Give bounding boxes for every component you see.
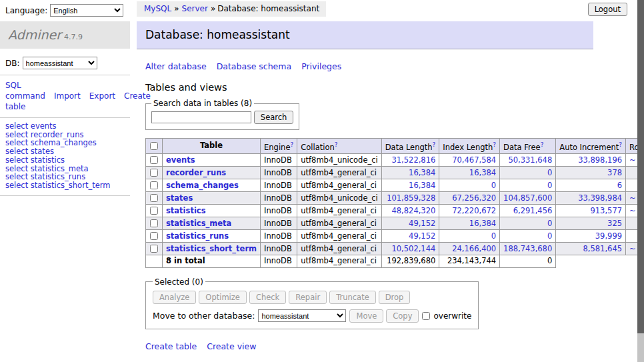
collation-cell: utf8mb4_unicode_ci — [297, 192, 382, 205]
column-label: Data Length — [385, 143, 433, 152]
help-link[interactable]: ? — [541, 141, 544, 148]
sidebar-action-sql-command[interactable]: SQL command — [5, 81, 45, 101]
breadcrumb-mysql-link[interactable]: MySQL — [144, 4, 171, 13]
data-length-cell: 48,824,320 — [381, 205, 439, 217]
search-input[interactable] — [151, 111, 251, 123]
row-checkbox[interactable] — [150, 232, 158, 240]
main-area: MySQL»Server»Database: homeassistant Log… — [130, 0, 637, 362]
table-row: eventsInnoDButf8mb4_unicode_ci31,522,816… — [146, 154, 644, 167]
sidebar-divider — [0, 195, 130, 196]
row-checkbox[interactable] — [150, 169, 158, 177]
drop-button[interactable]: Drop — [379, 291, 411, 304]
sidebar-action-import[interactable]: Import — [54, 91, 81, 101]
data-length-cell: 16,384 — [381, 167, 439, 179]
data-free-cell: 0 — [500, 230, 556, 243]
auto-increment-cell: 39,999 — [556, 230, 626, 243]
row-checkbox[interactable] — [150, 207, 158, 215]
table-link-states[interactable]: states — [166, 193, 193, 203]
selected-fieldset: Selected (0) AnalyzeOptimizeCheckRepairT… — [145, 277, 479, 329]
help-link[interactable]: ? — [335, 141, 338, 148]
create-view-link[interactable]: Create view — [207, 341, 256, 351]
data-free-cell: 0 — [500, 179, 556, 192]
collation-cell: utf8mb4_general_ci — [297, 255, 382, 268]
tables-overview-table: TableEngine?Collation?Data Length?Index … — [145, 138, 644, 268]
alter-database-link[interactable]: Alter database — [145, 61, 207, 71]
row-checkbox[interactable] — [150, 219, 158, 227]
move-label: Move to other database: — [153, 311, 255, 321]
truncate-button[interactable]: Truncate — [329, 291, 376, 304]
table-row: statesInnoDButf8mb4_unicode_ci101,859,32… — [146, 192, 644, 205]
index-length-cell: 234,143,744 — [439, 255, 500, 268]
column-header-auto-increment: Auto Increment? — [556, 139, 626, 154]
move-button[interactable]: Move — [349, 309, 383, 323]
table-row: statistics_metaInnoDButf8mb4_general_ci4… — [146, 217, 644, 230]
app-name: Adminer — [8, 27, 61, 42]
optimize-button[interactable]: Optimize — [199, 291, 247, 304]
language-select[interactable]: English — [50, 4, 123, 17]
table-link-schema-changes[interactable]: schema_changes — [166, 181, 239, 190]
repair-button[interactable]: Repair — [289, 291, 327, 304]
column-label: Index Length — [443, 143, 493, 152]
auto-increment-cell: 8,581,645 — [556, 243, 626, 255]
table-link-statistics[interactable]: statistics — [166, 206, 206, 215]
data-length-cell: 101,859,328 — [381, 192, 439, 205]
help-link[interactable]: ? — [493, 141, 496, 148]
collation-cell: utf8mb4_general_ci — [297, 243, 382, 255]
table-link-events[interactable]: events — [166, 155, 195, 165]
auto-increment-cell: 33,398,984 — [556, 192, 626, 205]
table-name-cell: schema_changes — [163, 179, 261, 192]
move-db-select[interactable]: homeassistant — [258, 309, 346, 322]
help-link[interactable]: ? — [290, 141, 293, 148]
sidebar-item-select-statistics-short-term[interactable]: select statistics_short_term — [5, 181, 125, 190]
analyze-button[interactable]: Analyze — [153, 291, 196, 304]
engine-cell: InnoDB — [261, 179, 297, 192]
row-checkbox[interactable] — [150, 156, 158, 164]
engine-cell: InnoDB — [261, 243, 297, 255]
help-link[interactable]: ? — [433, 141, 436, 148]
breadcrumb-separator: » — [174, 4, 179, 13]
breadcrumb-server-link[interactable]: Server — [182, 4, 208, 13]
sidebar-item-select-events[interactable]: select events — [5, 122, 125, 131]
row-checkbox[interactable] — [150, 245, 158, 253]
privileges-link[interactable]: Privileges — [301, 61, 341, 71]
table-name-cell: recorder_runs — [163, 167, 261, 179]
engine-cell: InnoDB — [261, 167, 297, 179]
search-button[interactable]: Search — [254, 111, 294, 124]
table-link-statistics-meta[interactable]: statistics_meta — [166, 219, 231, 228]
sidebar: Language:English Adminer4.7.9 DB:homeass… — [0, 0, 130, 362]
engine-cell: InnoDB — [261, 255, 297, 268]
row-checkbox-cell — [146, 167, 163, 179]
create-table-link[interactable]: Create table — [145, 341, 197, 351]
auto-increment-cell: 6 — [556, 179, 626, 192]
table-link-recorder-runs[interactable]: recorder_runs — [166, 168, 226, 177]
help-link[interactable]: ? — [619, 141, 622, 148]
table-name-cell: statistics_meta — [163, 217, 261, 230]
table-row: recorder_runsInnoDButf8mb4_general_ci16,… — [146, 167, 644, 179]
adminer-logo-link[interactable]: Adminer4.7.9 — [8, 32, 83, 41]
table-row: statisticsInnoDButf8mb4_general_ci48,824… — [146, 205, 644, 217]
logout-button[interactable]: Logout — [588, 3, 627, 16]
scrollbar-thumb[interactable] — [637, 0, 644, 333]
table-link-statistics-short-term[interactable]: statistics_short_term — [166, 244, 257, 253]
table-link-statistics-runs[interactable]: statistics_runs — [166, 231, 229, 241]
select-all-checkbox[interactable] — [150, 142, 158, 150]
row-checkbox[interactable] — [150, 181, 158, 189]
row-checkbox-cell — [146, 243, 163, 255]
column-header-engine: Engine? — [261, 139, 297, 154]
vertical-scrollbar[interactable] — [637, 0, 644, 362]
check-button[interactable]: Check — [249, 291, 286, 304]
data-free-cell: 0 — [500, 255, 556, 268]
overwrite-checkbox[interactable] — [422, 312, 430, 320]
column-label: Auto Increment — [559, 143, 619, 152]
sidebar-action-export[interactable]: Export — [89, 91, 115, 101]
data-length-cell: 10,502,144 — [381, 243, 439, 255]
sidebar-item-select-states[interactable]: select states — [5, 147, 125, 156]
table-name-cell: states — [163, 192, 261, 205]
selected-buttons-row: AnalyzeOptimizeCheckRepairTruncateDrop — [153, 291, 471, 304]
overwrite-label: overwrite — [433, 311, 471, 321]
sidebar-item-select-statistics[interactable]: select statistics — [5, 156, 125, 165]
database-schema-link[interactable]: Database schema — [217, 61, 291, 71]
copy-button[interactable]: Copy — [386, 309, 419, 323]
db-select[interactable]: homeassistant — [23, 57, 97, 69]
row-checkbox[interactable] — [150, 194, 158, 202]
